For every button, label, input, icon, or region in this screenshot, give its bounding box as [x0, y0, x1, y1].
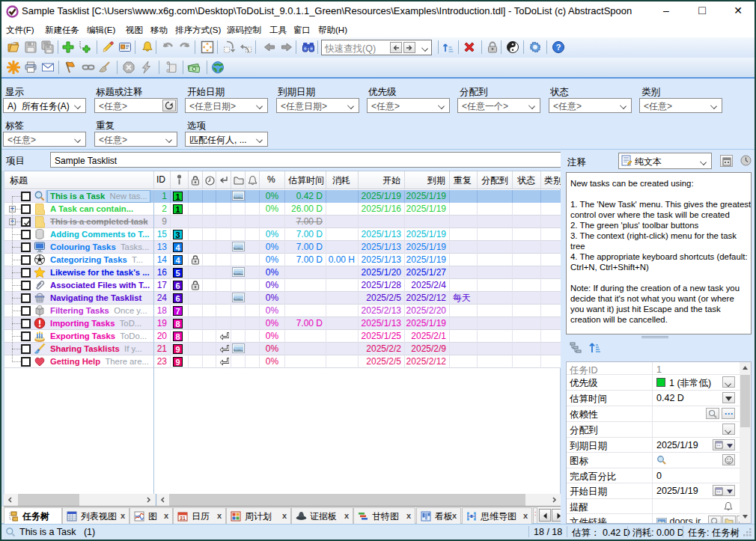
svg-text:31: 31: [180, 516, 186, 521]
svg-text:?: ?: [556, 43, 561, 52]
